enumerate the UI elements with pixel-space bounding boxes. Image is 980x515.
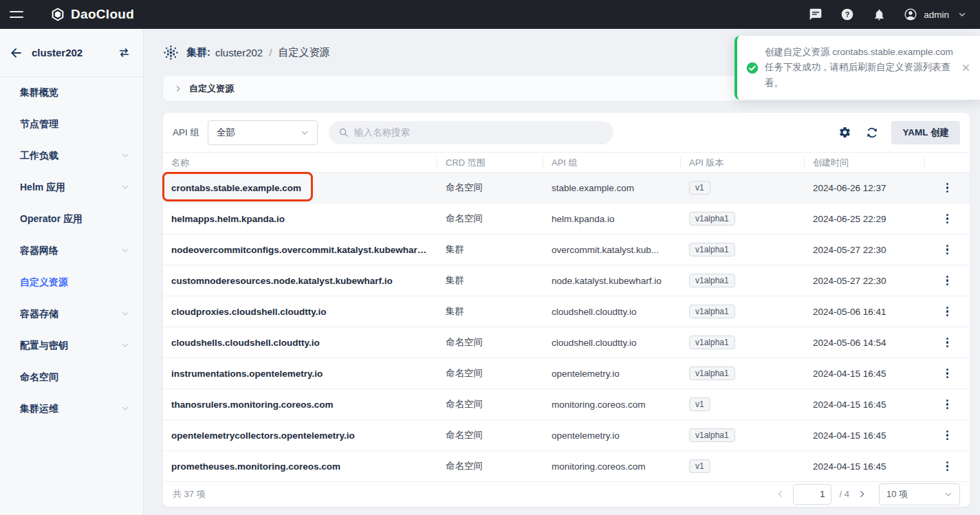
tab-chevron-icon[interactable] [174,85,182,93]
cell-created-time: 2024-06-26 12:37 [805,183,925,193]
brand-logo[interactable]: DaoCloud [51,7,134,22]
table-row[interactable]: customnoderesources.node.katalyst.kubewh… [163,265,970,296]
total-count: 共 37 项 [173,488,206,501]
sidebar-item-container-network[interactable]: 容器网络 [0,235,143,267]
user-menu[interactable]: admin [904,8,969,21]
table-row[interactable]: thanosrulers.monitoring.coreos.com 命名空间 … [163,389,970,420]
cell-crd-scope: 命名空间 [437,367,543,380]
sidebar-item-label: 配置与密钥 [20,340,121,352]
row-actions-kebab-icon[interactable] [941,397,954,413]
switch-cluster-icon[interactable] [118,46,131,59]
row-actions-kebab-icon[interactable] [941,428,954,443]
column-header-5: 创建时间 [805,157,925,168]
column-header-4: API 版本 [681,157,805,168]
page-number-input[interactable] [793,484,831,505]
page-total: / 4 [840,489,849,499]
sidebar-item-operator-apps[interactable]: Operator 应用 [0,204,143,235]
cell-name[interactable]: nodeovercommitconfigs.overcommit.katalys… [163,245,437,255]
sidebar-item-cluster-ops[interactable]: 集群运维 [0,393,143,425]
cell-created-time: 2024-06-25 22:29 [805,214,925,224]
cell-api-version: v1alpha1 [681,428,805,442]
back-arrow-icon[interactable] [10,46,23,60]
chevron-down-icon [121,309,129,320]
breadcrumb-cluster-name[interactable]: cluster202 [215,47,263,58]
row-actions-kebab-icon[interactable] [941,273,954,289]
table-row[interactable]: helmapps.helm.kpanda.io 命名空间 helm.kpanda… [163,204,970,234]
row-actions-kebab-icon[interactable] [941,242,954,258]
table-row[interactable]: opentelemetrycollectors.opentelemetry.io… [163,420,970,451]
table-footer: 共 37 项 / 4 10 项 [163,482,970,506]
toast-close-icon[interactable] [961,45,970,91]
version-badge: v1alpha1 [689,366,735,380]
version-badge: v1alpha1 [689,274,735,287]
search-icon [338,127,349,138]
api-group-select[interactable]: 全部 [208,120,318,145]
table-row[interactable]: cloudshells.cloudshell.cloudtty.io 命名空间 … [163,327,970,358]
chevron-down-icon [121,182,129,193]
cell-created-time: 2024-05-06 14:54 [805,338,925,348]
cell-created-time: 2024-05-06 16:41 [805,307,925,317]
chevron-down-icon [121,245,129,256]
refresh-icon[interactable] [865,126,879,140]
sidebar-item-container-storage[interactable]: 容器存储 [0,298,143,330]
page-size-select[interactable]: 10 项 [879,483,960,505]
cell-name[interactable]: cloudshells.cloudshell.cloudtty.io [163,338,437,348]
cell-actions [925,273,970,289]
api-group-filter-label: API 组 [173,127,199,139]
sidebar-item-cluster-overview[interactable]: 集群概览 [0,77,143,109]
table-row[interactable]: instrumentations.opentelemetry.io 命名空间 o… [163,358,970,389]
cell-api-version: v1alpha1 [681,305,805,318]
row-actions-kebab-icon[interactable] [941,335,954,351]
prev-page-icon[interactable] [776,490,785,498]
cell-name[interactable]: cloudproxies.cloudshell.cloudtty.io [163,307,437,317]
cell-api-version: v1 [681,181,805,195]
sidebar-item-custom-resources[interactable]: 自定义资源 [0,267,143,298]
main-area: 集群: cluster202 / 自定义资源 自定义资源 API 组 全部 [144,29,980,515]
yaml-create-button[interactable]: YAML 创建 [891,121,960,144]
cell-name[interactable]: instrumentations.opentelemetry.io [163,369,437,379]
cell-name[interactable]: crontabs.stable.example.com [163,183,437,193]
sidebar-item-node-management[interactable]: 节点管理 [0,109,143,140]
select-chevron-icon [301,129,309,137]
cell-name[interactable]: helmapps.helm.kpanda.io [163,214,437,224]
cell-crd-scope: 集群 [437,305,543,318]
chevron-down-icon [121,340,129,351]
cell-api-group: monitoring.coreos.com [543,399,681,410]
settings-gear-icon[interactable] [838,126,851,139]
sidebar-item-helm-apps[interactable]: Helm 应用 [0,172,143,204]
table-row[interactable]: crontabs.stable.example.com 命名空间 stable.… [163,173,970,204]
success-check-icon [746,46,759,91]
cell-crd-scope: 命名空间 [437,398,543,410]
table-row[interactable]: cloudproxies.cloudshell.cloudtty.io 集群 c… [163,296,970,327]
cell-created-time: 2024-05-27 22:30 [805,276,925,286]
row-actions-kebab-icon[interactable] [941,366,954,382]
daocloud-cube-icon [51,8,65,21]
menu-toggle-icon[interactable] [10,11,23,18]
notifications-bell-icon[interactable] [872,8,886,21]
cell-crd-scope: 命名空间 [437,336,543,349]
help-icon[interactable]: ? [840,8,854,21]
tab-custom-resources[interactable]: 自定义资源 [189,83,234,95]
version-badge: v1 [689,397,710,411]
cell-name[interactable]: opentelemetrycollectors.opentelemetry.io [163,430,437,441]
row-actions-kebab-icon[interactable] [941,180,954,196]
cell-name[interactable]: prometheuses.monitoring.coreos.com [163,461,437,472]
sidebar-item-config-secrets[interactable]: 配置与密钥 [0,330,143,362]
version-badge: v1alpha1 [689,336,735,349]
cell-created-time: 2024-05-27 22:30 [805,245,925,255]
row-actions-kebab-icon[interactable] [941,304,954,320]
table-row[interactable]: prometheuses.monitoring.coreos.com 命名空间 … [163,451,970,482]
cell-name[interactable]: customnoderesources.node.katalyst.kubewh… [163,276,437,286]
cell-name[interactable]: thanosrulers.monitoring.coreos.com [163,399,437,410]
table-row[interactable]: nodeovercommitconfigs.overcommit.katalys… [163,234,970,265]
sidebar-item-namespaces[interactable]: 命名空间 [0,362,143,393]
messages-icon[interactable] [809,8,823,21]
next-page-icon[interactable] [858,490,867,498]
cell-actions [925,180,970,196]
sidebar-item-workloads[interactable]: 工作负载 [0,140,143,172]
cell-crd-scope: 集群 [437,243,543,256]
table-body: crontabs.stable.example.com 命名空间 stable.… [163,173,970,482]
row-actions-kebab-icon[interactable] [941,211,954,227]
search-input[interactable] [354,127,604,138]
row-actions-kebab-icon[interactable] [941,459,954,474]
